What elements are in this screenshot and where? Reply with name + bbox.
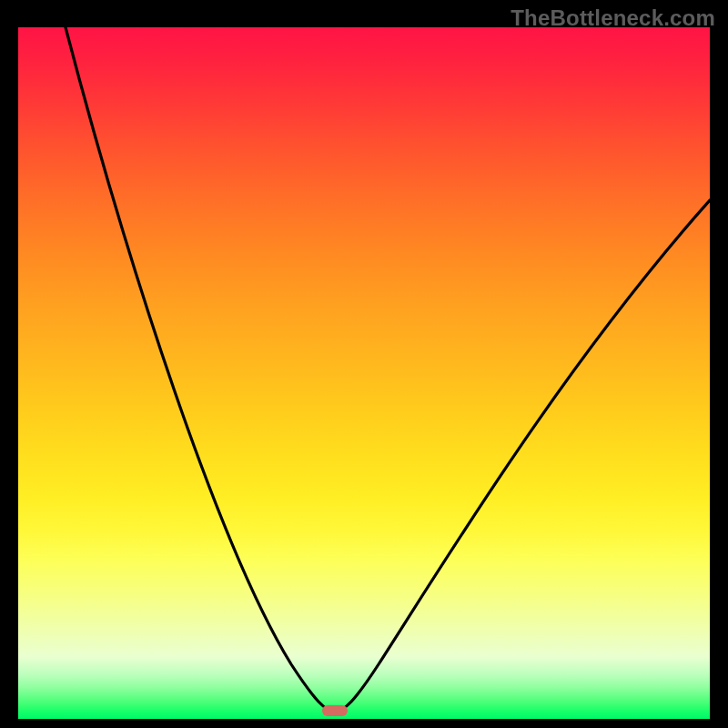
chart-frame: TheBottleneck.com [0,0,728,728]
plot-area [18,27,710,719]
curve-svg [18,27,710,719]
optimum-marker [322,705,348,716]
bottleneck-curve [66,27,710,712]
